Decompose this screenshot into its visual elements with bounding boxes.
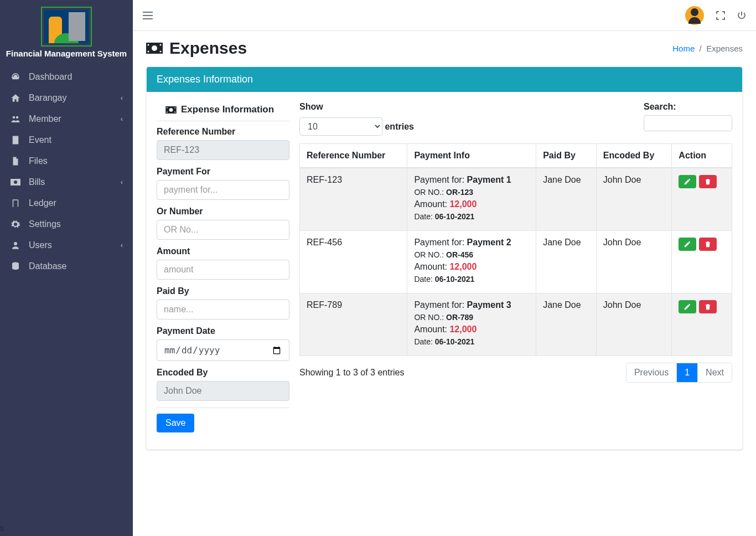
sidebar-item-settings[interactable]: Settings (0, 214, 133, 235)
svg-point-15 (174, 107, 175, 108)
delete-button[interactable] (699, 238, 717, 251)
sidebar-item-label: Settings (29, 219, 123, 229)
trash-icon (704, 303, 712, 311)
or-input[interactable] (157, 220, 289, 240)
search-input[interactable] (644, 115, 732, 131)
sidebar-item-users[interactable]: Users‹ (0, 235, 133, 256)
sidebar-item-files[interactable]: Files (0, 151, 133, 172)
save-button[interactable]: Save (157, 414, 194, 432)
table-info: Showing 1 to 3 of 3 entries (299, 368, 626, 378)
form-title: Expense Information (157, 102, 289, 121)
column-header[interactable]: Encoded By (596, 144, 672, 168)
sidebar-item-member[interactable]: Member‹ (0, 109, 133, 130)
breadcrumb-home[interactable]: Home (672, 44, 695, 53)
edit-button[interactable] (679, 238, 696, 251)
trash-icon (704, 240, 712, 248)
amount-input[interactable] (157, 260, 289, 280)
hamburger-icon[interactable] (143, 12, 685, 19)
sidebar-item-label: Bills (29, 177, 121, 187)
delete-button[interactable] (699, 175, 717, 188)
home-icon (10, 93, 21, 103)
paid-by-input[interactable] (157, 300, 289, 319)
cell-ref: REF-789 (300, 293, 407, 356)
column-header[interactable]: Payment Info (407, 144, 536, 168)
edit-button[interactable] (679, 175, 696, 188)
cell-payment-info: Payment for: Payment 3OR NO.: OR-789Amou… (407, 293, 536, 356)
user-avatar[interactable] (685, 6, 704, 25)
money-icon (146, 43, 163, 54)
encoded-by-label: Encoded By (157, 368, 289, 378)
pencil-icon (683, 240, 691, 248)
chevron-left-icon: ‹ (121, 115, 123, 123)
sidebar-item-label: Event (29, 135, 123, 145)
table-row: REF-123Payment for: Payment 1OR NO.: OR-… (300, 168, 732, 231)
encoded-by-input (157, 381, 289, 401)
pencil-icon (683, 303, 691, 311)
sidebar-item-event[interactable]: Event (0, 130, 133, 151)
cell-payment-info: Payment for: Payment 2OR NO.: OR-456Amou… (407, 231, 536, 293)
svg-point-17 (174, 111, 175, 112)
sidebar-item-ledger[interactable]: Ledger (0, 193, 133, 214)
ref-label: Reference Number (157, 127, 289, 137)
fullscreen-icon[interactable] (716, 11, 725, 20)
sidebar: Financial Management System DashboardBar… (0, 0, 133, 536)
table-row: REF-456Payment for: Payment 2OR NO.: OR-… (300, 231, 732, 293)
sidebar-item-label: Database (29, 261, 123, 271)
payment-date-input[interactable] (157, 339, 289, 361)
cell-action (672, 231, 732, 293)
building-icon (10, 135, 21, 145)
length-select[interactable]: 10 (299, 117, 382, 136)
breadcrumb: Home / Expenses (672, 44, 743, 53)
cell-ref: REF-456 (300, 231, 407, 293)
sidebar-item-barangay[interactable]: Barangay‹ (0, 87, 133, 109)
brand[interactable]: Financial Management System (0, 0, 133, 63)
page-next[interactable]: Next (698, 363, 732, 382)
page-title: Expenses (146, 39, 672, 58)
stray-text: s (0, 524, 4, 533)
column-header[interactable]: Action (672, 144, 732, 168)
trash-icon (704, 178, 712, 185)
tachometer-icon (10, 72, 21, 82)
sidebar-item-database[interactable]: Database (0, 256, 133, 277)
cell-encoded-by: John Doe (596, 168, 672, 231)
sidebar-item-label: Dashboard (29, 72, 123, 82)
svg-point-8 (148, 44, 149, 46)
delete-button[interactable] (699, 300, 717, 313)
sidebar-item-bills[interactable]: Bills‹ (0, 172, 133, 193)
file-icon (10, 156, 21, 166)
payment-for-input[interactable] (157, 180, 289, 200)
svg-point-13 (169, 108, 173, 112)
svg-point-10 (148, 51, 149, 53)
show-label: Show (299, 102, 644, 112)
column-header[interactable]: Reference Number (300, 144, 407, 168)
cog-icon (10, 219, 21, 229)
pencil-icon (683, 178, 691, 185)
card-header: Expenses Information (147, 67, 742, 92)
paid-by-label: Paid By (157, 286, 289, 296)
sidebar-item-dashboard[interactable]: Dashboard (0, 66, 133, 87)
page-title-text: Expenses (169, 39, 247, 58)
column-header[interactable]: Paid By (536, 144, 597, 168)
brand-text: Financial Management System (6, 49, 127, 59)
power-icon[interactable] (737, 11, 746, 20)
chevron-left-icon: ‹ (121, 94, 123, 102)
page-1[interactable]: 1 (677, 363, 698, 382)
cell-paid-by: Jane Doe (536, 168, 597, 231)
expenses-table: Reference NumberPayment InfoPaid ByEncod… (299, 143, 732, 356)
svg-point-7 (152, 45, 157, 51)
svg-point-0 (13, 116, 15, 119)
cell-encoded-by: John Doe (596, 293, 672, 356)
cell-action (672, 168, 732, 231)
topbar (133, 0, 756, 31)
edit-button[interactable] (679, 300, 696, 313)
cell-paid-by: Jane Doe (536, 231, 597, 293)
database-icon (10, 261, 21, 271)
sidebar-nav: DashboardBarangay‹Member‹EventFilesBills… (0, 63, 133, 280)
breadcrumb-current: Expenses (706, 44, 743, 53)
page-prev[interactable]: Previous (626, 363, 677, 382)
svg-point-1 (16, 116, 19, 119)
book-icon (10, 198, 21, 208)
ref-input (157, 140, 289, 160)
cell-paid-by: Jane Doe (536, 293, 597, 356)
money-icon (165, 106, 177, 114)
